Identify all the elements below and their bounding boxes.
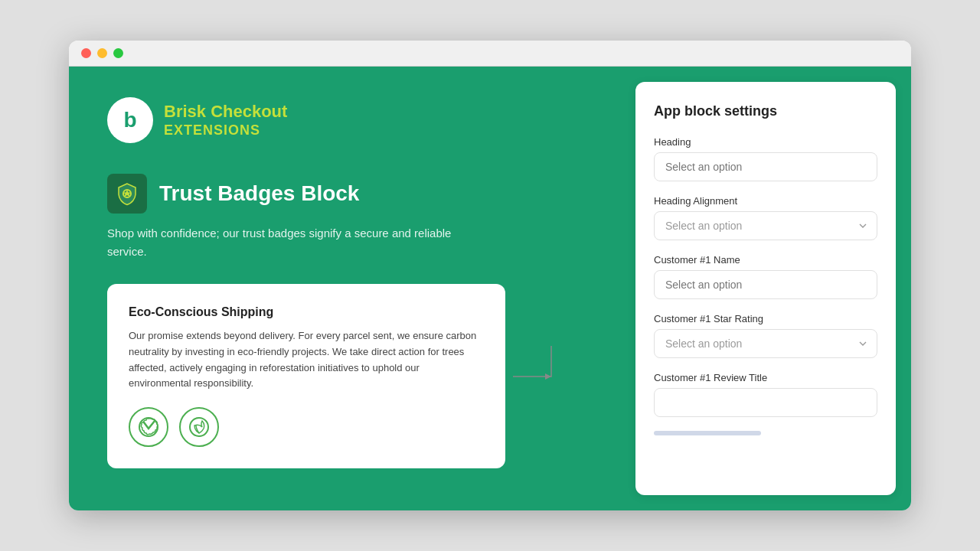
form-group-review-title: Customer #1 Review Title: [654, 372, 877, 417]
scroll-indicator: [654, 431, 761, 435]
traffic-light-red[interactable]: [81, 48, 91, 58]
label-heading-alignment: Heading Alignment: [654, 195, 877, 207]
logo-text: Brisk Checkout EXTENSIONS: [164, 102, 287, 138]
label-review-title: Customer #1 Review Title: [654, 372, 877, 383]
block-description: Shop with confidence; our trust badges s…: [107, 224, 490, 261]
badge-certified-icon: [129, 407, 168, 447]
badge-icons: [129, 407, 484, 447]
select-wrapper-rating: Select an option: [654, 329, 877, 358]
eco-card: Eco-Conscious Shipping Our promise exten…: [107, 284, 505, 468]
label-star-rating: Customer #1 Star Rating: [654, 313, 877, 324]
traffic-light-green[interactable]: [113, 48, 123, 58]
right-panel: App block settings Heading Heading Align…: [635, 82, 896, 495]
block-header: Trust Badges Block: [107, 174, 597, 214]
form-group-customer-name: Customer #1 Name: [654, 254, 877, 299]
logo-title: Brisk Checkout: [164, 102, 287, 122]
select-wrapper-alignment: Select an option: [654, 211, 877, 240]
svg-marker-4: [545, 373, 551, 380]
badge-eco-icon: [179, 407, 219, 447]
browser-content: b Brisk Checkout EXTENSIONS Trust Badges…: [69, 67, 911, 510]
form-group-heading-alignment: Heading Alignment Select an option: [654, 195, 877, 240]
label-heading: Heading: [654, 136, 877, 148]
input-customer-name[interactable]: [654, 270, 877, 299]
logo-subtitle: EXTENSIONS: [164, 122, 287, 139]
logo-icon: b: [123, 108, 136, 132]
browser-titlebar: [69, 41, 911, 67]
logo-area: b Brisk Checkout EXTENSIONS: [107, 97, 597, 143]
select-heading-alignment[interactable]: Select an option: [654, 211, 877, 240]
left-panel: b Brisk Checkout EXTENSIONS Trust Badges…: [69, 67, 635, 510]
input-review-title[interactable]: [654, 388, 877, 417]
logo-circle: b: [107, 97, 153, 143]
card-text: Our promise extends beyond delivery. For…: [129, 328, 484, 392]
connector-arrow: [505, 346, 574, 407]
form-group-heading: Heading: [654, 136, 877, 181]
traffic-light-yellow[interactable]: [97, 48, 107, 58]
label-customer-name: Customer #1 Name: [654, 254, 877, 266]
block-title: Trust Badges Block: [159, 181, 359, 206]
connection-line-icon: [513, 346, 574, 407]
settings-title: App block settings: [654, 103, 877, 119]
form-group-star-rating: Customer #1 Star Rating Select an option: [654, 313, 877, 358]
shield-icon: [115, 181, 139, 206]
card-title: Eco-Conscious Shipping: [129, 305, 484, 319]
browser-window: b Brisk Checkout EXTENSIONS Trust Badges…: [69, 41, 911, 510]
shield-icon-wrap: [107, 174, 147, 214]
select-star-rating[interactable]: Select an option: [654, 329, 877, 358]
input-heading[interactable]: [654, 152, 877, 181]
